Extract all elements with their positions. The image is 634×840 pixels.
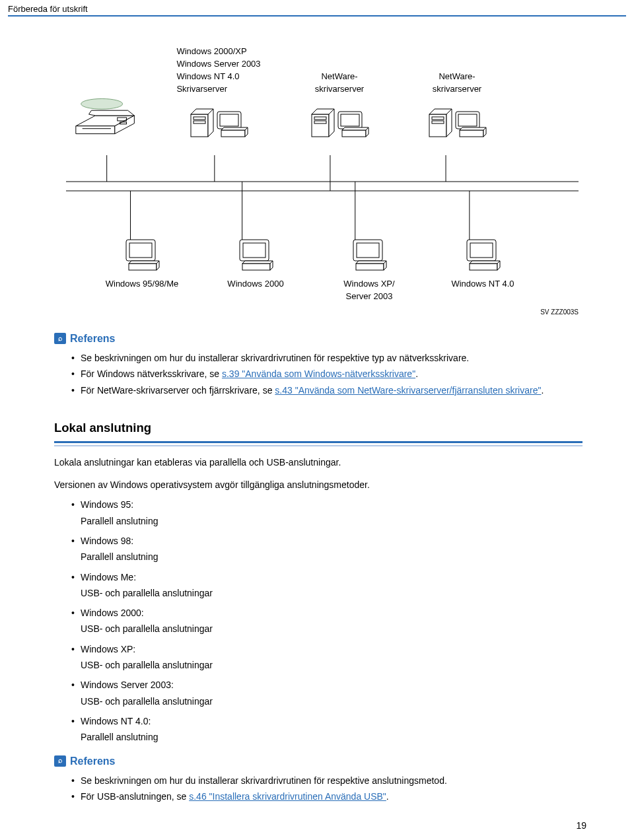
server2-label-l2: skrivarserver [315,83,364,96]
svg-rect-25 [342,130,366,137]
header-rule [8,15,626,17]
ref1-suffix: . [415,368,418,379]
svg-rect-14 [220,114,238,126]
os-head: Windows 95: [81,499,133,510]
os-sub: USB- och parallella anslutningar [81,695,582,708]
figure-code: SV ZZZ003S [66,308,579,318]
os-head: Windows Server 2003: [81,680,174,690]
server1-label-l2: Windows Server 2003 [176,58,260,71]
svg-marker-17 [221,127,248,130]
reference-badge: ⌕ Referens [54,753,582,769]
os-head: Windows 2000: [81,608,144,618]
reference-list-1: Se beskrivningen om hur du installerar s… [62,351,582,397]
os-sub: Parallell anslutning [81,550,582,563]
ref1-prefix: För Windows nätverksskrivare, se [81,368,222,379]
svg-marker-37 [460,127,486,130]
computer-icon [348,237,390,273]
server1-label-l4: Skrivarserver [176,83,260,96]
client2-label: Windows 2000 [227,278,283,291]
os-head: Windows NT 4.0: [81,716,151,726]
computer-icon [121,237,163,273]
section-para2: Versionen av Windows operativsystem avgö… [54,478,582,491]
list-item: Windows Server 2003: USB- och parallella… [81,678,582,708]
ref2-item: Se beskrivningen om hur du installerar s… [81,774,582,787]
client4-column: Windows NT 4.0 [446,237,519,303]
network-diagram: Windows 2000/XP Windows Server 2003 Wind… [66,44,579,318]
svg-rect-15 [221,130,245,137]
list-item: Windows 98: Parallell anslutning [81,534,582,564]
page-header-title: Förbereda för utskrift [8,4,626,14]
ref1-link[interactable]: s.39 "Använda som Windows-nätverksskriva… [222,368,415,379]
client1-label: Windows 95/98/Me [106,278,179,291]
ref1-item: För NetWare-skrivarserver och fjärrskriv… [81,384,582,397]
client2-column: Windows 2000 [219,237,292,303]
section-para1: Lokala anslutningar kan etableras via pa… [54,456,582,469]
svg-rect-59 [357,243,379,258]
reference-icon: ⌕ [54,755,66,767]
section-title: Lokal anslutning [54,419,582,437]
list-item: Windows XP: USB- och parallella anslutni… [81,643,582,672]
ref1-item: Se beskrivningen om hur du installerar s… [81,351,582,365]
computer-icon [462,237,504,273]
ref2-item: För USB-anslutningen, se s.46 "Installer… [81,790,582,803]
os-sub: Parallell anslutning [81,730,582,744]
list-item: Windows Me: USB- och parallella anslutni… [81,571,582,600]
client3-label-l2: Server 2003 [343,291,394,303]
svg-marker-1 [76,125,115,133]
reference-label: Referens [70,331,115,346]
os-sub: Parallell anslutning [81,514,582,528]
client3-column: Windows XP/ Server 2003 [333,237,405,303]
svg-rect-64 [470,243,493,258]
page-number: 19 [576,820,586,831]
printer-icon [69,96,147,139]
ref1-prefix: För NetWare-skrivarserver och fjärrskriv… [81,385,275,396]
reference-icon: ⌕ [54,333,66,344]
reference-label: Referens [70,753,115,769]
server2-label-l1: NetWare- [315,71,364,83]
server2-column: NetWare- skrivarserver [287,44,392,139]
svg-marker-67 [470,261,500,263]
client4-label: Windows NT 4.0 [451,278,514,291]
ref1-text: Se beskrivningen om hur du installerar s… [81,353,469,363]
svg-marker-30 [446,109,452,137]
os-head: Windows XP: [81,644,135,654]
os-list: Windows 95: Parallell anslutning Windows… [62,498,582,744]
svg-rect-24 [341,114,359,126]
ref2-suffix: . [386,791,389,802]
server3-column: NetWare- skrivarserver [404,44,510,139]
computer-icon [234,237,277,273]
ref2-prefix: För USB-anslutningen, se [81,791,189,802]
server3-label-l2: skrivarserver [433,83,481,96]
svg-rect-35 [460,130,483,137]
svg-rect-34 [458,114,477,126]
svg-rect-60 [356,263,384,270]
ref2-text: Se beskrivningen om hur du installerar s… [81,775,447,786]
svg-marker-3 [89,110,135,116]
svg-marker-57 [242,261,273,263]
ref1-suffix: . [541,385,544,396]
os-sub: USB- och parallella anslutningar [81,586,582,600]
svg-point-7 [81,98,123,109]
svg-marker-10 [208,109,213,137]
bus-lines [66,155,579,241]
ref2-link[interactable]: s.46 "Installera skrivardrivrutinen Anvä… [189,791,386,802]
server-icon [308,100,371,139]
client1-column: Windows 95/98/Me [106,237,178,303]
server1-label-l3: Windows NT 4.0 [176,71,260,83]
list-item: Windows 2000: USB- och parallella anslut… [81,606,582,636]
os-head: Windows Me: [81,572,136,582]
svg-marker-52 [129,261,159,263]
svg-rect-54 [243,243,265,258]
reference-badge: ⌕ Referens [54,331,582,346]
server-icon [187,100,250,139]
server-icon [425,100,489,139]
svg-marker-27 [342,127,369,130]
ref1-item: För Windows nätverksskrivare, se s.39 "A… [81,367,582,380]
reference-list-2: Se beskrivningen om hur du installerar s… [62,774,582,804]
svg-marker-62 [356,261,386,263]
section-header: Lokal anslutning [54,419,582,446]
svg-marker-20 [329,109,334,137]
list-item: Windows 95: Parallell anslutning [81,498,582,528]
ref1-link[interactable]: s.43 "Använda som NetWare-skrivarserver/… [275,385,541,396]
os-sub: USB- och parallella anslutningar [81,622,582,635]
